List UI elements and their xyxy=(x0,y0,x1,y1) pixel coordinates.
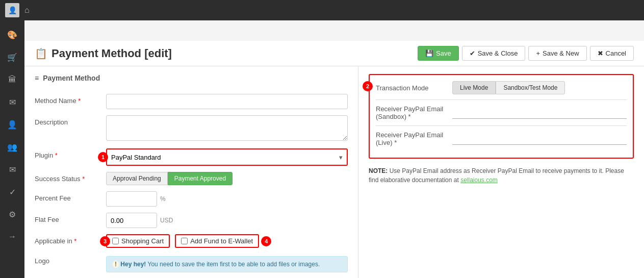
receiver-live-input[interactable] xyxy=(452,133,627,145)
note-link[interactable]: sellaious.com xyxy=(460,176,498,184)
shopping-cart-checkbox-label[interactable]: 3 Shopping Cart xyxy=(106,234,170,248)
add-fund-checkbox-label[interactable]: Add Fund to E-Wallet 4 xyxy=(175,234,259,248)
percent-fee-row: Percent Fee % xyxy=(35,191,348,207)
sidebar-item-check[interactable]: ✓ xyxy=(2,182,22,202)
sandbox-mode-button[interactable]: Sandbox/Test Mode xyxy=(496,81,565,94)
description-input[interactable] xyxy=(106,115,348,141)
plugin-badge-1: 1 xyxy=(98,152,108,162)
sidebar-item-user[interactable]: 👤 xyxy=(2,114,22,135)
save-button[interactable]: 💾 Save xyxy=(418,46,459,61)
page-title: 📋 Payment Method [edit] xyxy=(35,47,172,60)
header-buttons: 💾 Save ✔ Save & Close + Save & New ✖ Can… xyxy=(418,46,634,61)
flat-fee-input[interactable] xyxy=(106,213,157,228)
transaction-box: 2 Transaction Mode Live Mode Sandbox/Tes… xyxy=(369,74,634,159)
exclamation-icon: ! xyxy=(113,261,119,268)
applicable-checkboxes: 3 Shopping Cart Add Fund to E-Wallet 4 xyxy=(106,234,348,248)
cancel-icon: ✖ xyxy=(598,49,603,57)
section-title: Payment Method xyxy=(43,74,100,82)
applicable-in-row: Applicable in * 3 Shopping Cart Add Fund… xyxy=(35,234,348,248)
percent-fee-label: Percent Fee xyxy=(35,191,106,202)
success-status-row: Success Status * Approval Pending Paymen… xyxy=(35,172,348,185)
logo-wrap: ! Hey hey! You need to save the item fir… xyxy=(106,254,348,272)
page-header: 📋 Payment Method [edit] 💾 Save ✔ Save & … xyxy=(24,41,644,66)
sidebar-item-group[interactable]: 👥 xyxy=(2,137,22,157)
divider-2 xyxy=(376,125,627,126)
applicable-badge-3: 3 xyxy=(100,236,110,246)
percent-fee-wrap: % xyxy=(106,191,348,207)
live-mode-button[interactable]: Live Mode xyxy=(452,81,496,94)
content-area: ≡ Payment Method Method Name * Descripti… xyxy=(24,66,644,278)
sidebar: 🎨 🛒 🏛 ✉ 👤 👥 ✉ ✓ ⚙ → xyxy=(0,20,24,278)
flat-fee-suffix: USD xyxy=(160,217,173,224)
receiver-sandbox-input[interactable] xyxy=(452,107,627,119)
cancel-button[interactable]: ✖ Cancel xyxy=(590,46,634,61)
transaction-mode-row: Transaction Mode Live Mode Sandbox/Test … xyxy=(376,81,627,94)
plugin-wrap: 1 PayPal Standard ▾ xyxy=(106,148,348,166)
sidebar-item-mail[interactable]: ✉ xyxy=(2,92,22,112)
success-status-toggle-group: Approval Pending Payment Approved xyxy=(106,172,348,185)
percent-fee-input[interactable] xyxy=(106,191,157,207)
receiver-live-row: Receiver PayPal Email (Live) * xyxy=(376,131,627,146)
sidebar-item-gear[interactable]: ⚙ xyxy=(2,204,22,224)
add-fund-text: Add Fund to E-Wallet xyxy=(190,237,253,245)
method-name-required: * xyxy=(78,97,81,105)
method-name-label: Method Name * xyxy=(35,94,106,105)
shopping-cart-text: Shopping Cart xyxy=(121,237,164,245)
success-status-wrap: Approval Pending Payment Approved xyxy=(106,172,348,185)
right-panel: 2 Transaction Mode Live Mode Sandbox/Tes… xyxy=(358,66,644,278)
plugin-select-wrap: PayPal Standard ▾ xyxy=(106,148,348,166)
method-name-input[interactable] xyxy=(106,94,348,109)
page-title-text: Payment Method [edit] xyxy=(51,47,172,60)
top-nav: 👤 ⌂ xyxy=(0,0,644,20)
applicable-in-label: Applicable in * xyxy=(35,234,106,245)
save-icon: 💾 xyxy=(425,49,433,57)
main-wrapper: 📋 Payment Method [edit] 💾 Save ✔ Save & … xyxy=(24,20,644,278)
approval-pending-button[interactable]: Approval Pending xyxy=(106,172,168,185)
save-close-button[interactable]: ✔ Save & Close xyxy=(462,46,526,61)
sidebar-item-cart[interactable]: 🛒 xyxy=(2,47,22,67)
section-header: ≡ Payment Method xyxy=(35,74,348,86)
receiver-live-label: Receiver PayPal Email (Live) * xyxy=(376,131,447,146)
shopping-cart-checkbox[interactable] xyxy=(112,238,119,244)
sidebar-item-envelope[interactable]: ✉ xyxy=(2,159,22,180)
divider-1 xyxy=(376,99,627,100)
success-status-label: Success Status * xyxy=(35,172,106,183)
receiver-sandbox-row: Receiver PayPal Email (Sandbox) * xyxy=(376,105,627,120)
flat-fee-label: Flat Fee xyxy=(35,213,106,223)
note-text: NOTE: Use PayPal Email address as Receiv… xyxy=(369,166,634,185)
plus-icon: + xyxy=(536,49,540,57)
description-row: Description xyxy=(35,115,348,142)
logo-row: Logo ! Hey hey! You need to save the ite… xyxy=(35,254,348,272)
save-new-button[interactable]: + Save & New xyxy=(528,46,586,61)
method-name-row: Method Name * xyxy=(35,94,348,109)
transaction-badge-2: 2 xyxy=(363,81,373,91)
logo-notice-text: You need to save the item first to be ab… xyxy=(148,261,320,268)
percent-suffix: % xyxy=(160,195,166,203)
left-panel: ≡ Payment Method Method Name * Descripti… xyxy=(24,66,358,278)
logo-label: Logo xyxy=(35,254,106,265)
hey-hey-bold: Hey hey! xyxy=(120,261,146,268)
home-icon[interactable]: ⌂ xyxy=(24,6,30,15)
transaction-mode-toggle: Live Mode Sandbox/Test Mode xyxy=(452,81,565,94)
payment-approved-button[interactable]: Payment Approved xyxy=(168,172,233,185)
receiver-sandbox-label: Receiver PayPal Email (Sandbox) * xyxy=(376,105,447,120)
note-prefix: NOTE: xyxy=(369,167,388,174)
sidebar-item-arrow[interactable]: → xyxy=(2,226,22,247)
logo-notice: ! Hey hey! You need to save the item fir… xyxy=(106,256,348,272)
percent-fee-input-group: % xyxy=(106,191,348,207)
applicable-badge-4: 4 xyxy=(261,236,271,246)
plugin-label: Plugin * xyxy=(35,148,106,159)
section-lines-icon: ≡ xyxy=(35,74,39,82)
sidebar-item-theme[interactable]: 🎨 xyxy=(2,24,22,45)
applicable-in-wrap: 3 Shopping Cart Add Fund to E-Wallet 4 xyxy=(106,234,348,248)
description-label: Description xyxy=(35,115,106,126)
plugin-select[interactable]: PayPal Standard xyxy=(107,149,347,165)
add-fund-checkbox[interactable] xyxy=(181,238,188,244)
checkmark-icon: ✔ xyxy=(470,49,475,57)
flat-fee-wrap: USD xyxy=(106,213,348,228)
description-wrap xyxy=(106,115,348,142)
sidebar-item-bank[interactable]: 🏛 xyxy=(2,69,22,90)
page-title-icon: 📋 xyxy=(35,47,47,60)
plugin-row: Plugin * 1 PayPal Standard ▾ xyxy=(35,148,348,166)
user-avatar: 👤 xyxy=(5,3,19,17)
